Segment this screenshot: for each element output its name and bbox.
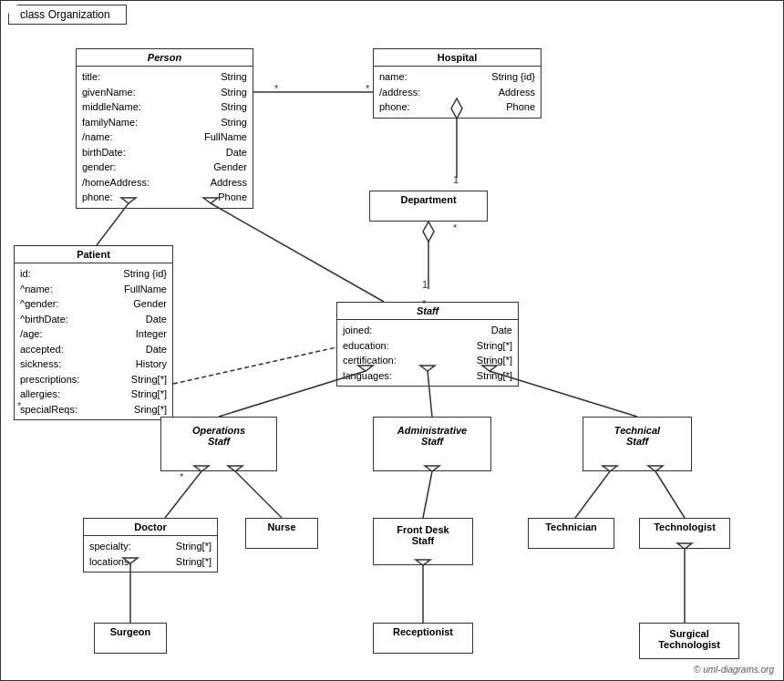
- nurse-class: Nurse: [245, 518, 318, 549]
- svg-line-7: [211, 203, 384, 302]
- doctor-title: Doctor: [84, 519, 217, 536]
- hospital-title: Hospital: [374, 49, 541, 67]
- technologist-class: Technologist: [639, 518, 730, 549]
- patient-class: Patient id:String {id} ^name:FullName ^g…: [14, 245, 173, 420]
- surgeon-class: Surgeon: [94, 623, 167, 654]
- department-title: Department: [370, 191, 487, 208]
- mult-person-hospital-star2: *: [366, 83, 369, 94]
- nurse-title: Nurse: [246, 519, 317, 535]
- svg-line-5: [97, 203, 129, 245]
- diagram-container: class Organization Person title:String g…: [0, 0, 784, 681]
- surgical-technologist-class: SurgicalTechnologist: [639, 623, 739, 659]
- diagram-title: class Organization: [8, 5, 127, 25]
- mult-person-hospital-star: *: [274, 83, 278, 94]
- technical-staff-title: TechnicalStaff: [583, 418, 691, 454]
- technician-title: Technician: [529, 519, 614, 535]
- mult-dept-staff-star: *: [422, 298, 426, 309]
- administrative-staff-class: AdministrativeStaff: [373, 417, 491, 471]
- surgical-technologist-title: SurgicalTechnologist: [640, 624, 738, 655]
- mult-patient-star: *: [17, 400, 21, 411]
- svg-line-17: [235, 471, 282, 518]
- svg-line-19: [423, 471, 432, 518]
- mult-hospital-dept-1: 1: [453, 174, 459, 185]
- receptionist-class: Receptionist: [373, 623, 473, 654]
- receptionist-title: Receptionist: [374, 624, 472, 640]
- doctor-attrs: specialty:String[*] locations:String[*]: [84, 536, 217, 572]
- person-class: Person title:String givenName:String mid…: [76, 48, 253, 209]
- person-title: Person: [77, 49, 253, 67]
- doctor-class: Doctor specialty:String[*] locations:Str…: [83, 518, 218, 573]
- staff-class: Staff joined:Date education:String[*] ce…: [336, 302, 519, 387]
- operations-staff-title: OperationsStaff: [161, 418, 276, 454]
- svg-line-21: [575, 471, 610, 518]
- front-desk-staff-class: Front DeskStaff: [373, 518, 473, 565]
- hospital-class: Hospital name:String {id} /address:Addre…: [373, 48, 542, 119]
- department-class: Department: [369, 191, 488, 222]
- mult-hospital-dept-star: *: [453, 222, 457, 233]
- technologist-title: Technologist: [640, 519, 729, 535]
- patient-attrs: id:String {id} ^name:FullName ^gender:Ge…: [15, 263, 172, 419]
- mult-dept-staff-1: 1: [422, 279, 428, 290]
- svg-line-23: [655, 471, 685, 518]
- person-attrs: title:String givenName:String middleName…: [77, 67, 253, 208]
- front-desk-staff-title: Front DeskStaff: [374, 519, 472, 552]
- svg-marker-4: [423, 222, 434, 242]
- operations-staff-class: OperationsStaff: [160, 417, 277, 471]
- staff-attrs: joined:Date education:String[*] certific…: [337, 320, 518, 386]
- staff-title: Staff: [337, 303, 518, 320]
- patient-title: Patient: [15, 246, 172, 263]
- technical-staff-class: TechnicalStaff: [583, 417, 692, 471]
- mult-ops-star: *: [180, 471, 183, 482]
- hospital-attrs: name:String {id} /address:Address phone:…: [374, 67, 541, 118]
- technician-class: Technician: [528, 518, 614, 549]
- svg-line-31: [173, 347, 336, 384]
- surgeon-title: Surgeon: [95, 624, 166, 640]
- copyright-text: © uml-diagrams.org: [694, 665, 774, 675]
- administrative-staff-title: AdministrativeStaff: [374, 418, 490, 454]
